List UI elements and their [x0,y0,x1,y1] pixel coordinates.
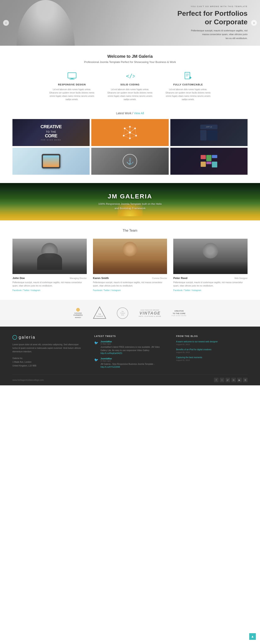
hero-section: ‹ › YOU CAN'T GO WRONG WITH THIS TEMPLAT… [0,0,260,46]
social-youtube-icon[interactable]: ▶ [237,378,242,382]
svg-line-26 [135,128,136,136]
hero-subtitle-text: YOU CAN'T GO WRONG WITH THIS TEMPLATE [177,6,248,8]
footer-bottom: www.heritagechristiancollege.com f t g+ … [12,374,248,385]
feature-solid-coding: </> SOLID CODING Lid est laborum dolo ru… [107,72,153,101]
svg-rect-0 [68,73,76,78]
svg-line-25 [124,128,125,136]
footer-logo-area: ○ galeria [12,335,84,340]
twitter-icon-2: 🐦 [94,358,98,368]
team-title: The Team [12,229,248,232]
tweet-1-text: JoomlaMan's latest FREE extensions is no… [100,346,166,352]
footer-address-name: Galeria Inc. [12,356,84,360]
peter-social[interactable]: Facebook / Twitter / Instagram [173,289,248,292]
svg-text:</>: </> [126,73,135,79]
portfolio-item-tablet[interactable] [12,148,90,175]
peter-photo [173,239,248,274]
hero-next-button[interactable]: › [251,20,257,26]
portfolio-item-network[interactable] [91,119,169,146]
john-desc: Pellentesque suscipit, mauris id sceleri… [12,281,87,288]
karen-photo [93,239,167,274]
footer-grid: ○ galeria Lorem ipsum dolor sit amet eli… [12,335,248,368]
john-photo [12,239,87,274]
karen-name-row: Karen Smith Comms Director [93,276,167,280]
tweet-2-time: (4 days ago) [100,360,154,362]
social-twitter-icon[interactable]: t [220,378,224,382]
peter-name-row: Peter Reed Web Designer [173,276,248,280]
welcome-title: Welcome to JM Galeria [4,54,256,59]
blog-item-1: A warm welcome to our newest web designe… [176,340,248,346]
tweet-1-time: (4 days ago) [100,343,166,345]
svg-line-16 [130,128,135,132]
svg-line-15 [125,128,130,132]
feature-responsive-title: RESPONSIVE DESIGN [49,83,95,86]
footer-desc-text: Lorem ipsum dolor sit amet elit, consect… [12,343,84,353]
feature-custom-desc: Lid est laborum dolo rumes fugats untras… [165,88,211,101]
footer-tweets-title: LATEST TWEETS [94,335,166,337]
welcome-subtitle: Professional Joomla Template Perfect for… [4,60,256,64]
john-social[interactable]: Facebook / Twitter / Instagram [12,289,87,292]
portfolio-section: Latest Work / View All CREATIVETO THECOR… [0,110,260,183]
portfolio-latest-label: Latest Work / [116,112,134,115]
parallax-section: JM GALERIA 100% Responsive Joomla Templa… [0,183,260,220]
karen-social[interactable]: Facebook / Twitter / Instagram [93,289,167,292]
document-icon [183,72,193,80]
network-svg-icon [122,124,138,141]
anchor-circle-icon: ⚓ [123,154,137,168]
svg-rect-4 [185,72,190,79]
peter-desc: Pellentesque suscipit, mauris id sceleri… [173,281,248,288]
code-icon: </> [125,72,135,80]
client-vintage: USA FASHION BRAND VINTAGE HATS, CLOTHING… [139,309,161,317]
hero-content: YOU CAN'T GO WRONG WITH THIS TEMPLATE Pe… [177,6,248,40]
tweet-2-link[interactable]: http://t.co/hYGZZbNll [100,366,154,368]
karen-desc: Pellentesque suscipit, mauris id sceleri… [93,281,167,288]
portfolio-view-all[interactable]: View All [134,112,144,115]
svg-text:TRIANGLE: TRIANGLE [96,316,103,317]
tweet-1-user: JoomlaMan [100,340,166,343]
social-rss-icon[interactable]: ☰ [243,378,248,382]
blog-item-2: Benefits of an iPad for digital creative… [176,348,248,353]
portfolio-item-anchor[interactable]: ⚓ [91,148,169,175]
footer-section: ○ galeria Lorem ipsum dolor sit amet eli… [0,326,260,385]
portfolio-item-creative[interactable]: CREATIVETO THECORE FOR EVER MORE [12,119,90,146]
social-facebook-icon[interactable]: f [214,378,219,382]
svg-line-21 [125,127,130,128]
footer-tweets-col: LATEST TWEETS 🐦 JoomlaMan (4 days ago) J… [94,335,166,368]
blog-title-2[interactable]: Benefits of an iPad for digital creative… [176,348,248,351]
svg-line-22 [130,127,135,128]
svg-line-24 [130,136,136,138]
svg-line-17 [124,132,130,136]
footer-copyright: www.heritagechristiancollege.com [12,379,44,381]
portfolio-item-music[interactable] [170,148,248,175]
portfolio-grid: CREATIVETO THECORE FOR EVER MORE [12,119,248,175]
footer-address-2: United Kingdom, L10 9BB [12,364,84,368]
parallax-title: JM GALERIA [108,193,152,200]
social-linkedin-icon[interactable]: in [231,378,236,382]
clients-section: SunshineFarmersMARKET THE TRIANGLE TheTi… [0,300,260,326]
footer-logo-text: galeria [19,335,35,340]
blog-date-2: August 05, 2013 [176,351,248,353]
blog-title-1[interactable]: A warm welcome to our newest web designe… [176,340,248,343]
peter-role: Web Designer [235,277,248,280]
tweet-1-link[interactable]: http://t.co/RepEah94ZG [100,352,166,354]
svg-text:THE: THE [98,314,101,315]
client-triangle: THE TRIANGLE [93,306,106,320]
footer-address-block: Galeria Inc. 1 Made Ave, London United K… [12,356,84,368]
client-creative-core: CREATIVETO THE CORE FOR EVER MORE [172,310,187,316]
hero-description: Pellentesque suscipit, mauris id sceleri… [177,29,248,40]
footer-address-1: 1 Made Ave, London [12,360,84,364]
svg-line-18 [130,132,136,136]
hero-prev-button[interactable]: ‹ [3,20,9,26]
footer-about-col: ○ galeria Lorem ipsum dolor sit amet eli… [12,335,84,368]
hero-title-text: Perfect for Portfolios or Corporate [177,9,248,26]
feature-customizable: FULLY CUSTOMIZABLE Lid est laborum dolo … [165,72,211,101]
welcome-section: Welcome to JM Galeria Professional Jooml… [0,46,260,68]
footer-tweet-2: 🐦 JoomlaMan (4 days ago) JM Galeria - Ne… [94,358,166,368]
social-googleplus-icon[interactable]: g+ [226,378,230,382]
john-name: John Doe [12,276,25,280]
peter-name: Peter Reed [173,276,187,280]
footer-blog-col: FROM THE BLOG A warm welcome to our newe… [176,335,248,368]
portfolio-item-dark-ui[interactable]: APP UI [170,119,248,146]
blog-title-3[interactable]: Capturing the best moments [176,356,248,358]
twitter-icon-1: 🐦 [94,341,98,354]
team-grid: John Doe Managing Director Pellentesque … [12,239,248,292]
